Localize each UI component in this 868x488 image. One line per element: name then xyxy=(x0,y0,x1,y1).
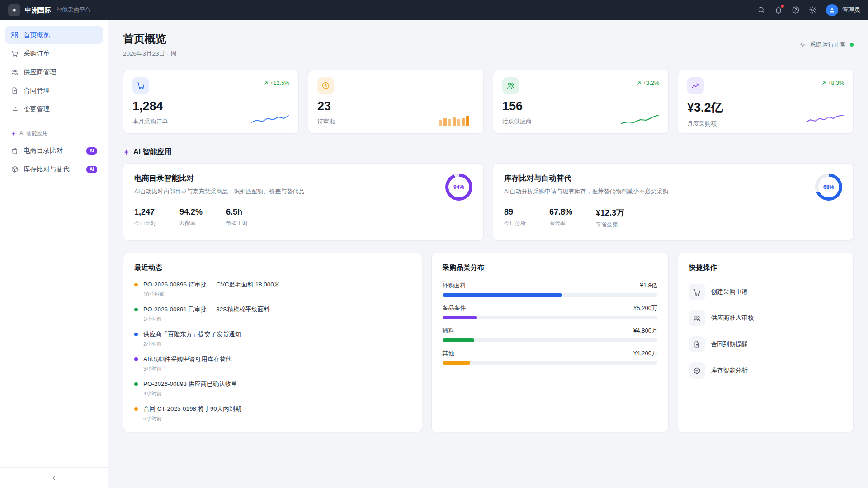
status-dot xyxy=(134,333,138,336)
list-item[interactable]: PO-2026-00896 待审批 — CVC磨毛面料 18,000米10分钟前 xyxy=(134,281,411,298)
category-row: 辅料¥4,800万 xyxy=(443,327,657,342)
sidebar-item-orders[interactable]: 采购订单 xyxy=(5,45,103,62)
stat-card-monthly-spend[interactable]: +8.3% ¥3.2亿 月度采购额 xyxy=(678,70,854,134)
bell-icon[interactable] xyxy=(774,6,783,14)
sparkline-purple xyxy=(805,114,844,126)
document-icon xyxy=(11,87,19,94)
status-dot xyxy=(134,283,138,286)
match-rate-donut: 94% xyxy=(445,174,472,201)
trend-up-icon xyxy=(687,77,704,94)
sidebar-item-contracts[interactable]: 合同管理 xyxy=(5,82,103,99)
list-item[interactable]: PO-2026-00893 供应商已确认收单4小时前 xyxy=(134,380,411,397)
substitute-rate-donut: 68% xyxy=(815,174,842,201)
list-item[interactable]: AI识别3件采购申请可用库存替代3小时前 xyxy=(134,355,411,372)
document-icon xyxy=(689,336,705,352)
user-menu[interactable]: 管理员 xyxy=(826,4,860,16)
search-icon[interactable] xyxy=(757,6,765,14)
arrow-up-right-icon xyxy=(636,80,642,86)
status-dot xyxy=(134,357,138,361)
pulse-icon xyxy=(799,41,806,48)
quick-action-create-request[interactable]: 创建采购申请 xyxy=(689,279,842,305)
stat-cards: +12.5% 1,284 本月采购订单 23 待审批 xyxy=(123,70,854,134)
activity-list: PO-2026-00896 待审批 — CVC磨毛面料 18,000米10分钟前… xyxy=(134,281,411,422)
sidebar-section-label: AI 智能应用 xyxy=(19,130,48,137)
delta-badge: +3.2% xyxy=(636,80,659,86)
sidebar-item-changes[interactable]: 变更管理 xyxy=(5,100,103,118)
bar-track xyxy=(443,293,657,297)
stat-value: 1,284 xyxy=(132,99,289,113)
delta-badge: +12.5% xyxy=(263,80,289,86)
list-item[interactable]: PO-2026-00891 已审批 — 32S精梳棉平纹面料1小时前 xyxy=(134,305,411,323)
ai-stat: ¥12.3万 节省金额 xyxy=(596,207,624,229)
ai-section-header: AI 智能应用 xyxy=(123,147,854,157)
category-row: 外购面料¥1.8亿 xyxy=(443,282,657,297)
sidebar-section-ai: AI 智能应用 xyxy=(11,130,97,137)
clock-icon xyxy=(317,77,334,94)
ai-card-inventory-compare[interactable]: 库存比对与自动替代 AI自动分析采购申请与现有库存，推荐替代物料减少不必要采购 … xyxy=(493,163,854,241)
recent-activity-panel: 最近动态 PO-2026-00896 待审批 — CVC磨毛面料 18,000米… xyxy=(123,253,422,432)
user-name: 管理员 xyxy=(842,6,860,14)
quick-actions-panel: 快捷操作 创建采购申请 供应商准入审核 xyxy=(678,253,854,432)
bar-track xyxy=(443,316,657,319)
bag-icon xyxy=(11,147,19,155)
avatar xyxy=(826,4,838,16)
ai-stat: 1,247 今日比对 xyxy=(134,207,156,227)
category-row: 备品备件¥5,200万 xyxy=(443,304,657,319)
category-row: 其他¥4,200万 xyxy=(443,349,657,365)
ai-card-catalog-compare[interactable]: 电商目录智能比对 AI自动比对内部目录与京东慧采商品，识别匹配项、价差与替代品 … xyxy=(123,163,484,241)
bar-fill xyxy=(443,361,471,365)
stat-value: 23 xyxy=(317,99,474,113)
quick-action-supplier-review[interactable]: 供应商准入审核 xyxy=(689,305,842,331)
bar-track xyxy=(443,361,657,365)
sparkle-icon xyxy=(11,131,16,136)
cart-icon xyxy=(689,284,705,300)
system-status: 系统运行正常 xyxy=(799,41,854,49)
sidebar-item-label: 首页概览 xyxy=(24,31,50,39)
page-title-block: 首页概览 2026年3月23日 · 周一 xyxy=(123,32,183,58)
sidebar-item-label: 供应商管理 xyxy=(24,68,57,76)
bar-fill xyxy=(443,293,563,297)
page-title: 首页概览 xyxy=(123,32,183,46)
topbar-actions: 管理员 xyxy=(757,4,860,16)
list-item[interactable]: 合同 CT-2025-0198 将于90天内到期5小时前 xyxy=(134,405,411,422)
category-distribution-panel: 采购品类分布 外购面料¥1.8亿 备品备件¥5,200万 辅料¥4,800万 xyxy=(431,253,669,432)
bottom-row: 最近动态 PO-2026-00896 待审批 — CVC磨毛面料 18,000米… xyxy=(123,253,854,432)
swap-icon xyxy=(11,105,19,113)
sparkline-blue xyxy=(250,114,289,126)
bar-track xyxy=(443,338,657,342)
stat-card-pending-approval[interactable]: 23 待审批 xyxy=(308,70,484,134)
sidebar-item-home[interactable]: 首页概览 xyxy=(5,26,103,44)
ai-stat: 94.2% 匹配率 xyxy=(179,207,203,227)
arrow-up-right-icon xyxy=(821,80,826,86)
gear-icon[interactable] xyxy=(809,6,817,14)
sidebar-item-catalog-compare[interactable]: 电商目录比对 AI xyxy=(5,142,103,160)
bar-fill xyxy=(443,316,477,319)
page-header: 首页概览 2026年3月23日 · 周一 系统运行正常 xyxy=(123,32,854,58)
people-icon xyxy=(11,68,19,76)
sidebar-item-label: 合同管理 xyxy=(24,86,50,95)
stat-value: 156 xyxy=(502,99,659,113)
quick-action-contract-expiry[interactable]: 合同到期提醒 xyxy=(689,331,842,357)
quick-action-inventory-analysis[interactable]: 库存智能分析 xyxy=(689,357,842,384)
ai-stat: 89 今日分析 xyxy=(504,207,526,229)
sidebar-collapse-button[interactable] xyxy=(0,467,108,488)
stat-card-active-suppliers[interactable]: +3.2% 156 活跃供应商 xyxy=(493,70,669,134)
list-item[interactable]: 供应商「百隆东方」提交了发货通知2小时前 xyxy=(134,330,411,347)
sparkle-icon xyxy=(123,149,130,155)
status-dot xyxy=(850,43,854,47)
chevron-left-icon xyxy=(51,474,58,482)
sidebar-item-label: 电商目录比对 xyxy=(24,146,81,155)
ai-card-title: 库存比对与自动替代 xyxy=(504,174,842,183)
ai-card-title: 电商目录智能比对 xyxy=(134,174,472,183)
stat-card-monthly-orders[interactable]: +12.5% 1,284 本月采购订单 xyxy=(123,70,299,134)
ai-card-stats: 89 今日分析 67.8% 替代率 ¥12.3万 节省金额 xyxy=(504,207,842,229)
arrow-up-right-icon xyxy=(263,80,269,86)
sidebar-item-inventory-compare[interactable]: 库存比对与替代 AI xyxy=(5,160,103,178)
ai-stat: 6.5h 节省工时 xyxy=(226,207,248,227)
sidebar-item-suppliers[interactable]: 供应商管理 xyxy=(5,63,103,81)
help-icon[interactable] xyxy=(792,6,800,14)
ai-badge: AI xyxy=(86,166,97,173)
people-icon xyxy=(502,77,519,94)
sidebar-item-label: 变更管理 xyxy=(24,105,50,113)
body-layout: 首页概览 采购订单 供应商管理 合同管理 变更管理 AI 智能应用 xyxy=(0,20,868,488)
